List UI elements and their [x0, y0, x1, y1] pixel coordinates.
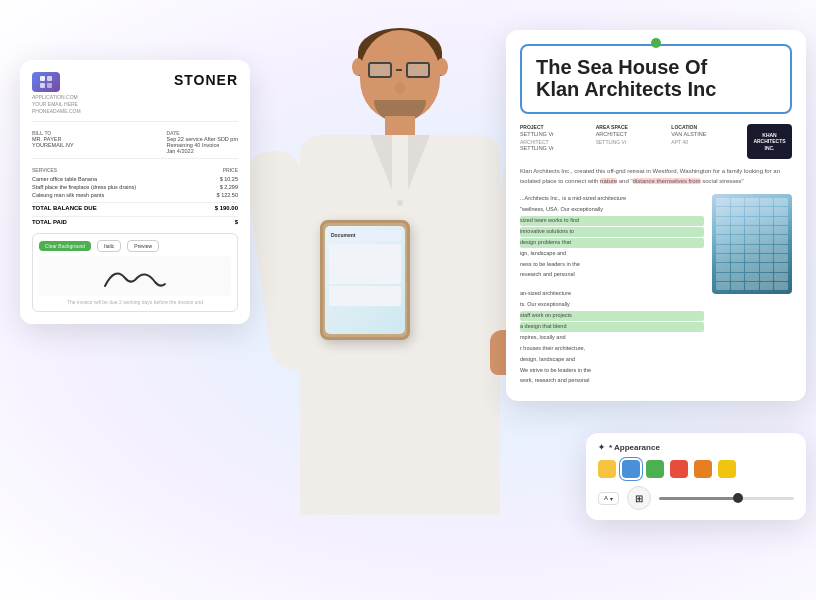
doc-description: Klan Architects Inc., created this off-g…: [520, 167, 792, 186]
doc-meta-area: Area Space ARCHITECT SETTLING Vr: [596, 124, 664, 145]
invoice-item-1: Camer office table Banana $ 10.25: [32, 175, 238, 183]
appearance-card: ✦ * Appearance A ▾ ⊞: [586, 433, 806, 520]
tablet: Document: [320, 220, 410, 340]
doc-highlight-1: sized team works to find: [520, 216, 704, 226]
svg-rect-1: [47, 76, 52, 81]
doc-meta-location: Location VAN ALSTINE APT 40: [671, 124, 739, 145]
invoice-item-3: Caleung man silk mesh pants $ 122.50: [32, 191, 238, 199]
svg-rect-2: [40, 83, 45, 88]
color-green[interactable]: [646, 460, 664, 478]
doc-text-col: ...Architects Inc., is a mid-sized archi…: [520, 194, 704, 387]
khan-architects-logo: KHANARCHITECTSINC.: [747, 124, 792, 159]
document-card: The Sea House Of Klan Architects Inc Pro…: [506, 30, 806, 401]
svg-rect-0: [40, 76, 45, 81]
doc-body-text9: r houses their architecture,: [520, 344, 704, 354]
doc-body-text11: We strive to be leaders in the: [520, 366, 704, 376]
doc-title-box: The Sea House Of Klan Architects Inc: [520, 44, 792, 114]
appearance-title: ✦ * Appearance: [598, 443, 794, 452]
invoice-meta: APPLICATION.COM YOUR EMAIL HERE PHONEADA…: [32, 94, 81, 115]
button1: [397, 200, 403, 206]
color-orange[interactable]: [694, 460, 712, 478]
clear-background-button[interactable]: Clear Background: [39, 241, 91, 251]
invoice-total: TOTAL BALANCE DUE $ 190.00: [32, 202, 238, 213]
ear-left: [352, 58, 364, 76]
services-label: SERVICES: [32, 167, 57, 173]
building-image: [712, 194, 792, 294]
signature-toolbar: Clear Background Italic Preview: [39, 240, 231, 252]
doc-highlight-2: innovative solutions to: [520, 227, 704, 237]
tablet-screen: Document: [325, 226, 405, 334]
grid-icon[interactable]: ⊞: [627, 486, 651, 510]
app-icon: [32, 72, 60, 92]
chevron-down-icon: ▾: [610, 495, 613, 502]
doc-main-title: The Sea House Of Klan Architects Inc: [536, 56, 776, 100]
person-head: [360, 30, 440, 120]
font-dropdown[interactable]: A ▾: [598, 492, 619, 505]
color-swatches: [598, 460, 794, 478]
glasses: [368, 62, 430, 78]
size-slider[interactable]: [659, 497, 794, 500]
font-label: A: [604, 495, 608, 501]
invoice-total-paid: TOTAL PAID $: [32, 216, 238, 227]
color-yellow-light[interactable]: [718, 460, 736, 478]
collar-right: [408, 135, 430, 190]
doc-image-col: [712, 194, 792, 387]
price-label: PRICE: [223, 167, 238, 173]
doc-body-text8: mpires, locally and: [520, 333, 704, 343]
doc-meta-project: Project SETTLING Vr ARCHITECT SETTLING V…: [520, 124, 588, 151]
doc-body-text12: work, research and personal: [520, 376, 704, 386]
color-yellow[interactable]: [598, 460, 616, 478]
invoice-card: APPLICATION.COM YOUR EMAIL HERE PHONEADA…: [20, 60, 250, 324]
doc-body-text4: ness to be leaders in the: [520, 260, 704, 270]
signature-area: Clear Background Italic Preview The invo…: [32, 233, 238, 312]
color-blue[interactable]: [622, 460, 640, 478]
glass-bridge: [396, 69, 402, 71]
doc-highlight-5: a design that blend: [520, 322, 704, 332]
signature-footer: The invoice will be due 2 working days b…: [39, 299, 231, 305]
preview-button[interactable]: Preview: [127, 240, 159, 252]
doc-body-text5: research and personal: [520, 270, 704, 280]
glass-right: [406, 62, 430, 78]
doc-body-text10: design, landscape and: [520, 355, 704, 365]
collar-left: [370, 135, 392, 190]
nose: [395, 82, 405, 94]
glass-left: [368, 62, 392, 78]
italic-button[interactable]: Italic: [97, 240, 121, 252]
bill-to-email: YOUREMAIL.NY: [32, 142, 74, 148]
doc-content-area: ...Architects Inc., is a mid-sized archi…: [520, 194, 792, 387]
star-icon: ✦: [598, 443, 605, 452]
doc-meta-row: Project SETTLING Vr ARCHITECT SETTLING V…: [520, 124, 792, 159]
doc-body-text2: "wellness, USA. Our exceptionally: [520, 205, 704, 215]
ear-right: [436, 58, 448, 76]
doc-highlight-4: staff work on projects: [520, 311, 704, 321]
invoice-item-2: Staff place the fireplace (dress plus dr…: [32, 183, 238, 191]
appearance-tools: A ▾ ⊞: [598, 486, 794, 510]
connector-dot: [651, 38, 661, 48]
invoice-title: STONER: [174, 72, 238, 88]
slider-thumb: [733, 493, 743, 503]
doc-highlight-3: design problems that: [520, 238, 704, 248]
signature-canvas[interactable]: [39, 256, 231, 296]
doc-body-text6: an-sized architecture: [520, 289, 704, 299]
doc-body-text7: ts. Our exceptionally: [520, 300, 704, 310]
doc-body-text1: ...Architects Inc., is a mid-sized archi…: [520, 194, 704, 204]
svg-rect-3: [47, 83, 52, 88]
doc-body-text3: ign, landscape and: [520, 249, 704, 259]
color-red[interactable]: [670, 460, 688, 478]
date-sub2: Jan 4/2022: [166, 148, 238, 154]
